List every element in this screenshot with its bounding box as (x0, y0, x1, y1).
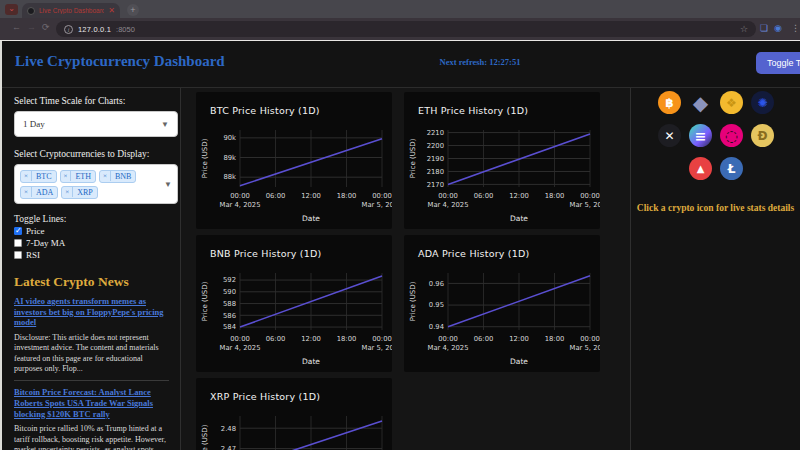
svg-text:584: 584 (223, 323, 236, 331)
crypto-chip-bnb[interactable]: ×BNB (99, 170, 136, 183)
time-scale-dropdown[interactable]: 1 Day ▼ (14, 111, 178, 137)
svg-text:18:00: 18:00 (337, 192, 357, 200)
new-tab-button[interactable]: + (127, 4, 139, 16)
forward-icon[interactable]: → (27, 22, 36, 32)
svg-text:Mar 4, 2025: Mar 4, 2025 (428, 201, 469, 209)
doge-crypto-icon[interactable]: Ð (751, 124, 774, 147)
line-toggle-7-day-ma[interactable]: 7-Day MA (14, 238, 169, 248)
chip-remove-icon[interactable]: × (21, 187, 32, 197)
news-article: Bitcoin Price Forecast: Analyst Lance Ro… (14, 380, 169, 450)
svg-text:00:00: 00:00 (230, 192, 250, 200)
crypto-multiselect[interactable]: ×BTC×ETH×BNB×ADA×XRP ▼ (14, 164, 178, 204)
svg-text:Date: Date (510, 214, 528, 223)
svg-text:00:00: 00:00 (580, 192, 600, 200)
bnb-crypto-icon[interactable]: ❖ (720, 91, 743, 114)
avax-crypto-icon[interactable]: ▲ (689, 157, 712, 180)
browser-tab-strip: ⌄ Live Crypto Dashboard ✕ + (0, 0, 800, 18)
checkbox-icon[interactable] (14, 227, 22, 235)
screen: ⌄ Live Crypto Dashboard ✕ + ← → ⟳ i 127.… (0, 0, 800, 450)
tab-favicon-icon (27, 7, 35, 15)
xrp-crypto-icon[interactable]: ✕ (658, 124, 681, 147)
browser-tab[interactable]: Live Crypto Dashboard ✕ (22, 3, 120, 18)
chevron-down-icon: ▼ (164, 180, 172, 189)
back-icon[interactable]: ← (12, 22, 21, 32)
checkbox-icon[interactable] (14, 239, 22, 247)
svg-text:Price (USD): Price (USD) (201, 138, 209, 178)
address-bar[interactable]: i 127.0.0.1 :8050 ☆ (56, 21, 756, 37)
crypto-chip-eth[interactable]: ×ETH (60, 170, 97, 183)
time-scale-value: 1 Day (23, 119, 161, 129)
toggle-theme-button[interactable]: Toggle Theme (756, 52, 800, 74)
svg-text:2200: 2200 (427, 142, 444, 150)
svg-text:Mar 5, 2025: Mar 5, 2025 (570, 201, 600, 209)
svg-text:Price (USD): Price (USD) (409, 281, 417, 321)
svg-text:0.96: 0.96 (429, 280, 444, 288)
svg-text:588: 588 (223, 300, 236, 308)
charts-area: BTC Price History (1D)88k89k90k00:00Mar … (181, 88, 630, 450)
svg-text:2190: 2190 (427, 155, 444, 163)
news-article-link[interactable]: AI video agents transform memes as inves… (14, 296, 169, 328)
chart-plot[interactable]: 2170218021902200221000:00Mar 4, 202506:0… (404, 92, 600, 229)
line-toggle-rsi[interactable]: RSI (14, 250, 169, 260)
svg-text:18:00: 18:00 (337, 335, 357, 343)
dot-crypto-icon[interactable]: ◌ (720, 124, 743, 147)
svg-text:586: 586 (223, 312, 236, 320)
line-toggle-list: Price7-Day MARSI (14, 226, 169, 260)
reload-icon[interactable]: ⟳ (42, 22, 50, 32)
svg-text:88k: 88k (223, 173, 236, 181)
tab-groups-icon[interactable]: ❏ (760, 23, 768, 33)
eth-chart-card[interactable]: ETH Price History (1D)217021802190220022… (404, 92, 600, 229)
svg-text:Mar 5, 2025: Mar 5, 2025 (362, 344, 392, 352)
svg-text:0.94: 0.94 (429, 323, 444, 331)
chart-plot[interactable]: 0.940.950.9600:00Mar 4, 202506:0012:0018… (404, 235, 600, 372)
svg-text:Price (USD): Price (USD) (201, 281, 209, 321)
tab-close-icon[interactable]: ✕ (108, 6, 115, 15)
eth-crypto-icon[interactable]: ◆ (689, 91, 712, 114)
bookmark-star-icon[interactable]: ☆ (740, 24, 748, 34)
checkbox-icon[interactable] (14, 251, 22, 259)
next-refresh-label: Next refresh: 12:27:51 (330, 57, 630, 67)
xrp-chart-card[interactable]: XRP Price History (1D)2.472.4800:00Mar 4… (196, 378, 392, 450)
crypto-chip-xrp[interactable]: ×XRP (61, 186, 98, 199)
news-article-link[interactable]: Bitcoin Price Forecast: Analyst Lance Ro… (14, 387, 169, 419)
window-menu-icon[interactable]: ⌄ (5, 4, 18, 15)
chip-remove-icon[interactable]: × (100, 171, 111, 181)
bnb-chart-card[interactable]: BNB Price History (1D)58458658859059200:… (196, 235, 392, 372)
chip-remove-icon[interactable]: × (21, 171, 32, 181)
chart-plot[interactable]: 58458658859059200:00Mar 4, 202506:0012:0… (196, 235, 392, 372)
site-info-icon[interactable]: i (64, 25, 73, 34)
svg-text:Date: Date (302, 214, 320, 223)
crypto-chip-btc[interactable]: ×BTC (20, 170, 57, 183)
svg-text:590: 590 (223, 288, 236, 296)
svg-text:12:00: 12:00 (301, 192, 321, 200)
crypto-stats-panel: ฿◆❖✺✕≡◌Ð▲Ł Click a crypto icon for live … (630, 88, 800, 450)
sol-crypto-icon[interactable]: ≡ (689, 124, 712, 147)
browser-toolbar: ← → ⟳ i 127.0.0.1 :8050 ☆ ❏ ◉ ⋮ (0, 18, 800, 40)
ada-crypto-icon[interactable]: ✺ (751, 91, 774, 114)
crypto-chip-ada[interactable]: ×ADA (20, 186, 58, 199)
svg-text:06:00: 06:00 (266, 192, 286, 200)
ada-chart-card[interactable]: ADA Price History (1D)0.940.950.9600:00M… (404, 235, 600, 372)
svg-text:06:00: 06:00 (474, 192, 494, 200)
btc-chart-card[interactable]: BTC Price History (1D)88k89k90k00:00Mar … (196, 92, 392, 229)
ltc-crypto-icon[interactable]: Ł (720, 157, 743, 180)
svg-text:12:00: 12:00 (301, 335, 321, 343)
window-edge (0, 41, 2, 450)
svg-text:Mar 4, 2025: Mar 4, 2025 (428, 344, 469, 352)
svg-text:12:00: 12:00 (509, 192, 529, 200)
chip-remove-icon[interactable]: × (61, 171, 72, 181)
news-article-snippet: Bitcoin price rallied 10% as Trump hinte… (14, 424, 169, 450)
svg-text:00:00: 00:00 (438, 192, 458, 200)
menu-kebab-icon[interactable]: ⋮ (791, 23, 800, 33)
chart-plot[interactable]: 2.472.4800:00Mar 4, 202506:0012:0018:000… (196, 378, 392, 450)
chip-remove-icon[interactable]: × (62, 187, 73, 197)
btc-crypto-icon[interactable]: ฿ (658, 91, 681, 114)
svg-text:592: 592 (223, 276, 236, 284)
svg-text:2.47: 2.47 (221, 445, 236, 450)
chart-plot[interactable]: 88k89k90k00:00Mar 4, 202506:0012:0018:00… (196, 92, 392, 229)
svg-text:89k: 89k (223, 154, 236, 162)
line-toggle-price[interactable]: Price (14, 226, 169, 236)
url-port: :8050 (116, 25, 135, 34)
svg-text:18:00: 18:00 (545, 192, 565, 200)
profile-avatar-icon[interactable]: ◉ (774, 23, 782, 33)
